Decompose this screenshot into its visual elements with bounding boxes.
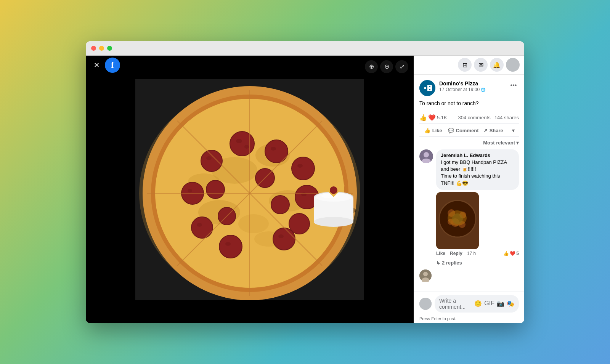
photo-icon[interactable]: 📷 [497, 300, 504, 307]
post-caption: To ranch or not to ranch? [419, 100, 519, 107]
like-button[interactable]: 👍 Like [419, 125, 447, 136]
maximize-traffic-light[interactable] [107, 46, 112, 51]
svg-point-61 [314, 217, 353, 227]
svg-point-14 [236, 139, 242, 143]
browser-content: ✕ f ⊕ ⊖ ⤢ [86, 56, 524, 323]
svg-point-24 [297, 164, 303, 168]
sort-chevron-icon: ▾ [516, 140, 519, 146]
minimize-traffic-light[interactable] [99, 46, 104, 51]
comment-button[interactable]: 💬 Comment [448, 125, 479, 136]
grid-menu-button[interactable]: ⊞ [458, 58, 472, 72]
svg-point-87 [419, 298, 432, 310]
facebook-f-letter: f [111, 60, 114, 69]
globe-icon [481, 87, 485, 92]
thumbs-up-icon: 👍 [424, 128, 430, 133]
svg-point-68 [424, 87, 426, 89]
svg-point-9 [238, 214, 269, 233]
reactions-bar: 👍 ❤️ 5.1K 304 comments 144 shares [419, 112, 519, 124]
close-icon: ✕ [94, 61, 100, 69]
emoji-icon[interactable]: 🙂 [474, 300, 482, 307]
comment-reaction-count: 5 [516, 251, 519, 256]
comment-reply-button[interactable]: Reply [450, 251, 462, 256]
replies-link[interactable]: ↳ 2 replies [419, 260, 519, 266]
svg-point-18 [271, 147, 276, 151]
comment-timestamp: 17 h [467, 251, 476, 256]
chevron-down-icon: ▾ [512, 128, 515, 133]
post-header: Domino's Pizza 17 October at 19:00 ••• [419, 80, 519, 96]
comment-reactions: 👍 ❤️ 5 [503, 251, 519, 256]
comment-love-icon: ❤️ [510, 251, 515, 256]
svg-point-72 [424, 152, 429, 157]
post-more-options-button[interactable]: ••• [508, 80, 519, 91]
comment-label: Comment [456, 128, 479, 133]
share-label: Share [490, 128, 503, 133]
browser-window: ✕ f ⊕ ⊖ ⤢ [86, 41, 524, 323]
post-author: Domino's Pizza [439, 80, 508, 87]
comment-text: I got my BBQ Handpan PIZZA and beer 🍺!!!… [441, 159, 514, 187]
sort-button[interactable]: Most relevant ▾ [483, 140, 519, 146]
next-commenter-avatar [419, 269, 432, 282]
current-user-avatar [419, 298, 432, 310]
messenger-icon: ✉ [478, 61, 483, 69]
facebook-logo: f [105, 58, 120, 73]
close-traffic-light[interactable] [91, 46, 96, 51]
share-icon: ↗ [483, 128, 488, 133]
fullscreen-icon: ⤢ [400, 63, 405, 70]
svg-point-69 [429, 86, 430, 87]
svg-point-21 [206, 156, 212, 160]
svg-point-64 [330, 186, 337, 194]
engagement-stats: 304 comments 144 shares [458, 115, 519, 120]
replies-count-label: 2 replies [442, 260, 462, 266]
commenter-avatar [419, 149, 433, 163]
gif-icon[interactable]: GIF [484, 300, 494, 307]
messenger-button[interactable]: ✉ [474, 58, 488, 72]
love-emoji: ❤️ [428, 114, 436, 121]
comment-body: Jeremiah L. Edwards I got my BBQ Handpan… [436, 149, 519, 256]
photo-controls: ⊕ ⊖ ⤢ [365, 60, 408, 73]
pizza-svg [135, 79, 364, 300]
comment-input-placeholder: Write a comment... [439, 298, 474, 310]
fullscreen-button[interactable]: ⤢ [395, 60, 408, 73]
svg-point-39 [278, 234, 284, 238]
svg-point-36 [225, 242, 231, 246]
photo-header: ✕ f [86, 56, 414, 75]
press-enter-hint: Press Enter to post. [414, 316, 524, 323]
reply-arrow-icon: ↳ [436, 260, 440, 266]
share-dropdown-button[interactable]: ▾ [508, 125, 519, 136]
reaction-icons: 👍 ❤️ 5.1K [419, 114, 447, 121]
svg-point-33 [197, 223, 202, 227]
comment-bubble: Jeremiah L. Edwards I got my BBQ Handpan… [436, 149, 519, 190]
facebook-topbar: ⊞ ✉ 🔔 [414, 56, 524, 75]
bell-icon: 🔔 [493, 61, 501, 69]
comment-input-box[interactable]: Write a comment... 🙂 GIF 📷 🎭 [435, 295, 519, 313]
svg-point-15 [244, 145, 249, 149]
comment-input-area: Write a comment... 🙂 GIF 📷 🎭 [414, 292, 524, 316]
close-button[interactable]: ✕ [91, 60, 102, 71]
notifications-button[interactable]: 🔔 [490, 58, 504, 72]
zoom-out-icon: ⊖ [384, 63, 389, 70]
zoom-in-button[interactable]: ⊕ [365, 60, 378, 73]
comments-count: 304 comments [458, 115, 490, 120]
photo-panel: ✕ f ⊕ ⊖ ⤢ [86, 56, 414, 323]
comment-like-button[interactable]: Like [436, 251, 445, 256]
browser-titlebar [86, 41, 524, 56]
svg-point-27 [188, 189, 192, 192]
sort-row: Most relevant ▾ [419, 140, 519, 146]
next-comment-item [419, 269, 519, 282]
comment-item: Jeremiah L. Edwards I got my BBQ Handpan… [419, 149, 519, 256]
share-button[interactable]: ↗ Share [479, 125, 507, 136]
zoom-out-button[interactable]: ⊖ [380, 60, 393, 73]
post-content-area: Domino's Pizza 17 October at 19:00 ••• T… [414, 75, 524, 292]
right-panel: ⊞ ✉ 🔔 [414, 56, 524, 323]
action-bar: 👍 Like 💬 Comment ↗ Share ▾ [419, 125, 519, 137]
like-emoji: 👍 [419, 114, 427, 121]
reaction-count: 5.1K [437, 115, 447, 120]
grid-icon: ⊞ [462, 61, 467, 69]
sticker-icon[interactable]: 🎭 [507, 300, 514, 307]
zoom-in-icon: ⊕ [369, 63, 374, 70]
svg-point-83 [452, 213, 463, 224]
user-avatar[interactable] [506, 58, 520, 72]
post-meta: Domino's Pizza 17 October at 19:00 [435, 80, 508, 92]
comment-image [436, 192, 479, 249]
shares-count: 144 shares [494, 115, 519, 120]
